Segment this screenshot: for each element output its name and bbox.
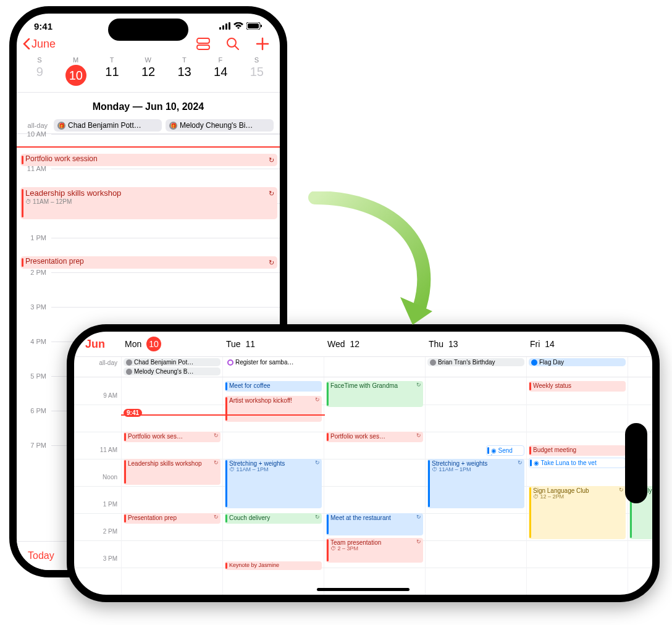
event[interactable]: Stretching + weights⏱ 11AM – 1PM↻ xyxy=(225,459,322,508)
weekday: T xyxy=(94,56,130,64)
date-cell[interactable]: 12 xyxy=(130,65,167,86)
iphone-landscape: Jun Mon 10 Tue 11 Wed 12 Thu 13 Fri 14 a… xyxy=(67,324,660,602)
repeat-icon: ↻ xyxy=(315,514,320,521)
event[interactable]: FaceTime with Grandma↻ xyxy=(326,381,423,407)
allday-text: Melody Cheung's Bi… xyxy=(180,121,253,130)
event[interactable]: Presentation prep↻ xyxy=(124,513,220,524)
event-title: Presentation prep xyxy=(25,257,84,266)
hour-label: 6 PM xyxy=(20,407,46,414)
repeat-icon: ↻ xyxy=(518,460,523,466)
date-cell[interactable]: 13 xyxy=(166,65,203,86)
repeat-icon: ↻ xyxy=(214,433,219,439)
date-cell[interactable]: 9 xyxy=(22,65,58,86)
hour-gutter: 9 AM 11 AM Noon 1 PM 2 PM 3 PM xyxy=(74,377,121,595)
circle-icon xyxy=(227,359,233,366)
event[interactable]: Artist workshop kickoff!↻ xyxy=(225,396,322,422)
event-title: Portfolio work session xyxy=(25,154,98,163)
day-heading: Monday — Jun 10, 2024 xyxy=(17,93,280,117)
repeat-icon: ↻ xyxy=(416,382,421,388)
month-label[interactable]: Jun xyxy=(74,333,121,356)
svg-line-10 xyxy=(235,46,238,49)
allday-text: Chad Benjamin Pott… xyxy=(68,121,141,130)
allday-cell-tue[interactable]: Register for samba… xyxy=(222,357,324,377)
cellular-icon xyxy=(219,21,230,31)
event[interactable]: Team presentation⏱ 2 – 3PM↻ xyxy=(326,538,423,563)
allday-row: all-day 🎁 Chad Benjamin Pott… 🎁 Melody C… xyxy=(17,117,280,134)
event[interactable]: Keynote by Jasmine xyxy=(225,561,322,570)
event[interactable]: Budget meeting xyxy=(529,445,626,456)
chevron-left-icon xyxy=(23,38,30,49)
day-col-fri[interactable]: Weekly status Budget meeting ◉ Take Luna… xyxy=(526,377,628,595)
day-col-tue[interactable]: Meet for coffee Artist workshop kickoff!… xyxy=(222,377,324,595)
allday-cell-thu[interactable]: Brian Tran's Birthday xyxy=(425,357,526,377)
event[interactable]: Portfolio work ses…↻ xyxy=(326,432,423,442)
hour-label: 4 PM xyxy=(20,338,46,345)
repeat-icon: ↻ xyxy=(416,539,421,545)
event-subtitle: ⏱ 11AM – 12PM xyxy=(25,198,274,206)
allday-label: all-day xyxy=(20,122,50,129)
date-cell-selected[interactable]: 10 xyxy=(58,65,94,86)
event[interactable]: ◉ Take Luna to the vet xyxy=(529,458,626,468)
event[interactable]: ◉ Send b… xyxy=(486,445,524,456)
repeat-icon: ↻ xyxy=(416,433,421,439)
hour-label: 1 PM xyxy=(103,501,117,508)
day-col-wed[interactable]: FaceTime with Grandma↻ Portfolio work se… xyxy=(324,377,425,595)
day-header-tue[interactable]: Tue 11 xyxy=(222,334,324,354)
hour-label: 2 PM xyxy=(20,269,46,276)
hour-label: Noon xyxy=(103,474,117,480)
allday-row-week: all-day Chad Benjamin Pot… Melody Cheung… xyxy=(74,357,652,377)
svg-rect-8 xyxy=(197,45,209,49)
event[interactable]: Meet at the restaurant↻ xyxy=(326,513,423,535)
search-icon[interactable] xyxy=(225,36,240,51)
week-grid[interactable]: 9:41 9 AM 11 AM Noon 1 PM 2 PM 3 PM Port… xyxy=(74,377,652,595)
hour-label: 9 AM xyxy=(103,392,117,399)
event[interactable]: Weekly status xyxy=(529,381,626,392)
hour-label: 1 PM xyxy=(20,234,46,241)
gift-icon: 🎁 xyxy=(57,122,65,130)
day-header-mon[interactable]: Mon 10 xyxy=(121,332,222,356)
event[interactable]: Meet for coffee xyxy=(225,381,322,392)
add-icon[interactable] xyxy=(255,36,270,51)
hour-label: 3 PM xyxy=(103,555,117,562)
event[interactable]: Portfolio work ses…↻ xyxy=(124,432,220,442)
date-cell[interactable]: 15 xyxy=(238,65,275,86)
allday-event[interactable]: 🎁 Chad Benjamin Pott… xyxy=(54,119,162,132)
event-portfolio[interactable]: Portfolio work session ↻ xyxy=(20,154,277,166)
event[interactable]: Sign Language Club⏱ 12 – 2PM↻ xyxy=(529,486,626,539)
repeat-icon: ↻ xyxy=(619,487,624,493)
date-cell[interactable]: 14 xyxy=(203,65,239,86)
notch xyxy=(625,423,647,503)
repeat-icon: ↻ xyxy=(269,156,274,164)
svg-rect-6 xyxy=(261,25,262,27)
wifi-icon xyxy=(233,21,243,31)
hour-label: 2 PM xyxy=(103,528,117,535)
day-header-thu[interactable]: Thu 13 xyxy=(425,334,526,354)
date-picker-row: 9 10 11 12 13 14 15 xyxy=(17,64,280,93)
list-view-icon[interactable] xyxy=(196,36,211,51)
allday-event[interactable]: 🎁 Melody Cheung's Bi… xyxy=(166,119,274,132)
allday-cell-mon[interactable]: Chad Benjamin Pot… Melody Cheung's B… xyxy=(121,357,222,377)
weekday: S xyxy=(238,56,275,64)
day-header-fri[interactable]: Fri 14 xyxy=(526,334,628,354)
event[interactable]: Couch delivery↻ xyxy=(225,513,322,524)
battery-icon xyxy=(246,21,262,31)
day-header-wed[interactable]: Wed 12 xyxy=(324,334,425,354)
status-icons xyxy=(219,21,262,31)
date-cell[interactable]: 11 xyxy=(94,65,130,86)
event[interactable]: Leadership skills workshop↻ xyxy=(124,459,220,485)
event-leadership[interactable]: Leadership skills workshop ⏱ 11AM – 12PM… xyxy=(20,187,277,219)
gift-icon xyxy=(126,359,132,366)
allday-cell-wed[interactable] xyxy=(324,357,425,377)
event-prep[interactable]: Presentation prep ↻ xyxy=(20,256,277,269)
svg-rect-7 xyxy=(197,38,209,43)
hour-label: 11 AM xyxy=(100,447,117,453)
back-label: June xyxy=(32,38,56,51)
allday-cell-fri[interactable]: Flag Day xyxy=(526,357,628,377)
day-col-thu[interactable]: ◉ Send b… Stretching + weights⏱ 11AM – 1… xyxy=(425,377,526,595)
weekday: M xyxy=(58,56,94,64)
event[interactable]: Stretching + weights⏱ 11AM – 1PM↻ xyxy=(427,459,524,508)
svg-rect-1 xyxy=(222,25,224,30)
weekday: S xyxy=(22,56,58,64)
back-button[interactable]: June xyxy=(23,38,56,51)
now-indicator xyxy=(121,414,325,416)
